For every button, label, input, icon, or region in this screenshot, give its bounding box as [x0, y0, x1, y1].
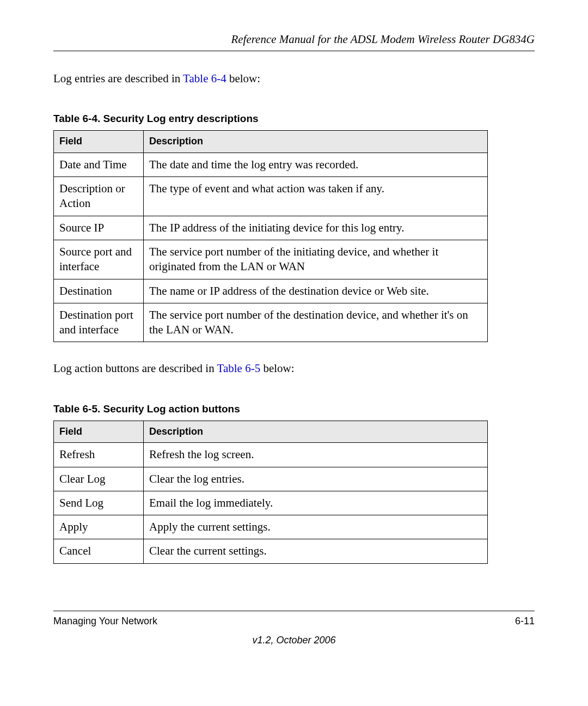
table-row: Send Log Email the log immediately. — [54, 491, 488, 515]
footer-section: Managing Your Network — [53, 616, 157, 627]
para2-prefix: Log action buttons are described in — [53, 362, 217, 375]
table-header-field: Field — [54, 421, 144, 442]
footer-page-number: 6-11 — [515, 616, 535, 627]
table-row: Clear Log Clear the log entries. — [54, 467, 488, 491]
para1-suffix: below: — [226, 72, 260, 85]
cell-field: Source IP — [54, 216, 144, 240]
footer-version: v1.2, October 2006 — [53, 635, 535, 646]
cell-description: The date and time the log entry was reco… — [144, 153, 488, 176]
cell-field: Clear Log — [54, 467, 144, 491]
cell-field: Cancel — [54, 539, 144, 563]
cell-field: Date and Time — [54, 153, 144, 176]
table-header-row: Field Description — [54, 131, 488, 153]
table-row: Refresh Refresh the log screen. — [54, 443, 488, 467]
page-header: Reference Manual for the ADSL Modem Wire… — [53, 33, 535, 51]
cell-description: Clear the current settings. — [144, 539, 488, 563]
table-row: Source port and interface The service po… — [54, 240, 488, 279]
cell-field: Description or Action — [54, 177, 144, 216]
cell-description: The service port number of the initiatin… — [144, 240, 488, 279]
para1-prefix: Log entries are described in — [53, 72, 183, 85]
footer-row: Managing Your Network 6-11 — [53, 616, 535, 627]
para2-suffix: below: — [260, 362, 294, 375]
intro-paragraph-2: Log action buttons are described in Tabl… — [53, 361, 535, 376]
table-row: Destination port and interface The servi… — [54, 303, 488, 342]
table-row: Description or Action The type of event … — [54, 177, 488, 216]
table-header-description: Description — [144, 421, 488, 442]
page-footer: Managing Your Network 6-11 v1.2, October… — [53, 611, 535, 646]
table-header-row: Field Description — [54, 421, 488, 442]
cell-description: Refresh the log screen. — [144, 443, 488, 467]
cell-description: The type of event and what action was ta… — [144, 177, 488, 216]
table-6-4: Field Description Date and Time The date… — [53, 130, 488, 342]
cell-description: The IP address of the initiating device … — [144, 216, 488, 240]
table-6-4-link[interactable]: Table 6-4 — [183, 72, 226, 85]
cell-description: The service port number of the destinati… — [144, 303, 488, 342]
cell-description: Clear the log entries. — [144, 467, 488, 491]
table-row: Destination The name or IP address of th… — [54, 279, 488, 303]
cell-field: Destination port and interface — [54, 303, 144, 342]
table-6-5: Field Description Refresh Refresh the lo… — [53, 421, 488, 564]
table-6-4-caption: Table 6-4. Security Log entry descriptio… — [53, 113, 535, 125]
intro-paragraph-1: Log entries are described in Table 6-4 b… — [53, 71, 535, 87]
cell-description: Email the log immediately. — [144, 491, 488, 515]
cell-field: Send Log — [54, 491, 144, 515]
cell-description: Apply the current settings. — [144, 515, 488, 539]
table-row: Cancel Clear the current settings. — [54, 539, 488, 563]
table-header-field: Field — [54, 131, 144, 153]
table-row: Date and Time The date and time the log … — [54, 153, 488, 176]
cell-field: Refresh — [54, 443, 144, 467]
cell-field: Destination — [54, 279, 144, 303]
cell-field: Apply — [54, 515, 144, 539]
manual-title: Reference Manual for the ADSL Modem Wire… — [231, 33, 535, 46]
table-row: Source IP The IP address of the initiati… — [54, 216, 488, 240]
cell-description: The name or IP address of the destinatio… — [144, 279, 488, 303]
cell-field: Source port and interface — [54, 240, 144, 279]
table-row: Apply Apply the current settings. — [54, 515, 488, 539]
table-header-description: Description — [144, 131, 488, 153]
table-6-5-caption: Table 6-5. Security Log action buttons — [53, 403, 535, 415]
table-6-5-link[interactable]: Table 6-5 — [217, 362, 261, 375]
